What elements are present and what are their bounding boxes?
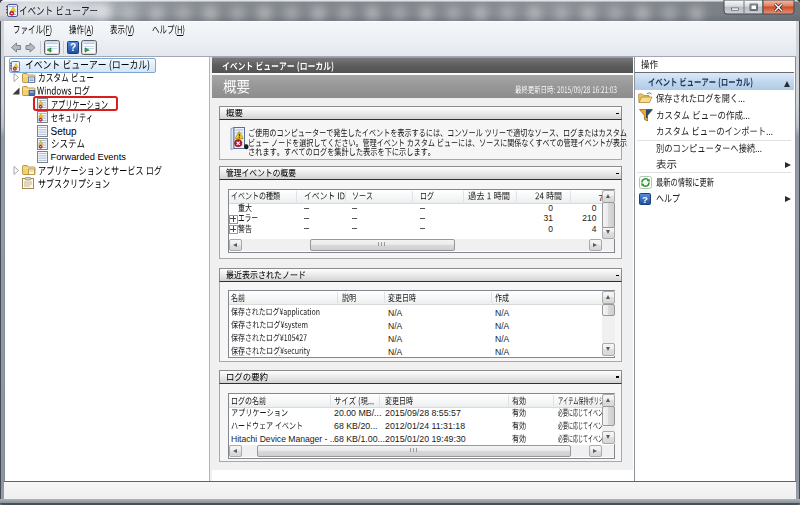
svg-text:?: ? [642,193,648,204]
svg-text:?: ? [70,42,76,53]
